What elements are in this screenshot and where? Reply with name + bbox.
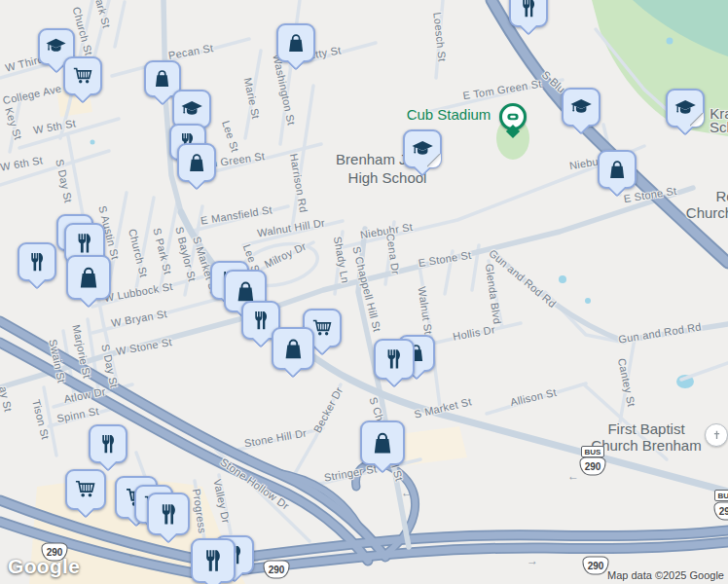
place-label: First Baptist	[607, 420, 684, 437]
poi-pin-bag[interactable]	[598, 150, 637, 189]
place-label: High School	[348, 169, 427, 186]
place-label: Sch	[710, 119, 728, 135]
poi-pin-bag[interactable]	[360, 420, 405, 465]
grad-icon	[174, 91, 209, 127]
poi-pin-grad[interactable]	[666, 89, 705, 128]
place-label: Church	[686, 204, 728, 221]
bus-route-banner: BUS	[581, 446, 604, 457]
poi-pin-grad[interactable]	[562, 88, 601, 127]
oneway-arrow-icon: ←	[127, 547, 139, 561]
bag-icon	[179, 145, 214, 180]
bus-route-banner: BUS	[714, 490, 728, 501]
poi-pin-food[interactable]	[18, 242, 56, 281]
stadium-pin[interactable]	[499, 103, 527, 130]
poi-pin-food[interactable]	[509, 0, 548, 27]
oneway-arrow-icon: ←	[401, 486, 413, 499]
food-icon	[193, 540, 234, 581]
oneway-arrow-icon: ←	[567, 469, 579, 483]
poi-pin-bag[interactable]	[272, 327, 314, 370]
poi-pin-grad[interactable]	[403, 129, 442, 168]
poi-pin-bag[interactable]	[276, 23, 315, 62]
poi-pin-grad[interactable]	[172, 90, 211, 128]
bag-icon	[146, 62, 179, 95]
food-icon	[19, 244, 55, 279]
poi-pin-cart[interactable]	[65, 469, 106, 510]
oneway-arrow-icon: →	[527, 554, 538, 567]
map-canvas[interactable]: Google Map data ©2025 Google ark StChurc…	[0, 0, 728, 584]
poi-pin-food[interactable]	[147, 493, 190, 535]
place-label: Ro	[715, 188, 728, 204]
poi-pin-food[interactable]	[191, 538, 236, 583]
food-icon	[149, 494, 188, 533]
bag-icon	[273, 329, 312, 368]
poi-pin-cart[interactable]	[63, 56, 102, 95]
map-attribution: Map data ©2025 Google	[607, 569, 724, 581]
food-icon	[91, 426, 126, 461]
place-label: Cub Stadium	[407, 106, 491, 123]
poi-pin-bag[interactable]	[66, 255, 111, 300]
bag-icon	[362, 422, 403, 463]
poi-pin-food[interactable]	[89, 424, 127, 463]
food-icon	[376, 341, 413, 378]
bag-icon	[600, 152, 635, 187]
grad-icon	[564, 90, 599, 125]
poi-pin-bag[interactable]	[177, 143, 216, 182]
place-label: Church Brenham	[591, 437, 701, 454]
bag-icon	[278, 25, 313, 60]
poi-pin-food[interactable]	[374, 339, 415, 380]
cart-icon	[67, 471, 104, 508]
google-logo[interactable]: Google	[8, 555, 80, 578]
food-icon	[511, 0, 546, 25]
cart-icon	[65, 58, 100, 93]
bag-icon	[68, 257, 109, 298]
church-icon	[705, 423, 728, 447]
